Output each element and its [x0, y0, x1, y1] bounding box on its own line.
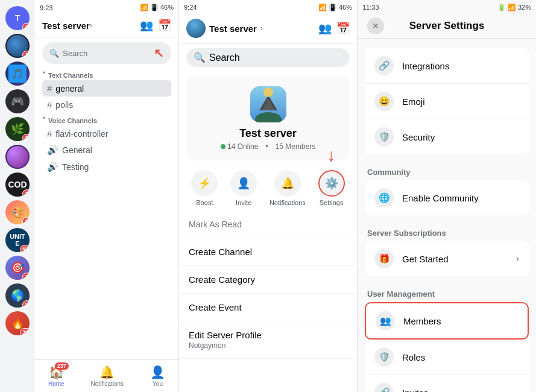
settings-header: ✕ Server Settings — [358, 14, 536, 39]
roles-label: Roles — [402, 352, 519, 362]
settings-list: 🔗 Integrations 😀 Emoji 🛡️ Security Commu… — [358, 39, 536, 392]
edit-profile-label: Edit Server Profile — [189, 330, 347, 340]
server-icon-2[interactable]: 1 — [5, 34, 30, 58]
close-button[interactable]: ✕ — [367, 17, 384, 34]
search-text-1: Search — [63, 49, 87, 58]
search-bar-2[interactable]: 🔍 Search — [186, 48, 350, 67]
invites-item[interactable]: 🔗 Invites — [365, 375, 529, 392]
edit-profile-sublabel: Notgaymon — [189, 341, 347, 350]
calendar-icon-2[interactable]: 📅 — [336, 22, 350, 35]
server-icon-9[interactable]: UNITE 63 — [5, 228, 30, 252]
invite-icon-btn: 👤 — [230, 170, 257, 197]
server-icon-1[interactable]: T 1 — [5, 6, 30, 30]
settings-label: Settings — [320, 199, 344, 206]
search-icon-1: 🔍 — [49, 49, 59, 58]
notifications-icon: 🔔 — [274, 170, 301, 197]
server-icon-7[interactable]: COD 1 — [5, 172, 30, 197]
create-event[interactable]: Create Event — [179, 294, 357, 321]
panel-server-menu: 9:24 📶 📳 46% Test server › 👥 📅 🔍 Search — [179, 0, 358, 392]
server-badge-11: 2 — [22, 300, 30, 308]
roles-icon: 🛡️ — [374, 347, 394, 367]
server-icon-8[interactable]: 🎨 2 — [5, 200, 30, 224]
nav-you[interactable]: 👤 You — [150, 365, 165, 387]
server-icon-list: T 1 1 🎵 🎮 🌿 8 COD 1 🎨 2 UNITE 63 🎯 1 🌎 — [0, 0, 35, 392]
invite-label: Invite — [236, 199, 251, 206]
search-icon-2: 🔍 — [194, 52, 206, 63]
status-bar-2: 9:24 📶 📳 46% — [179, 0, 357, 14]
server-icon-12[interactable]: 🔥 38 — [5, 311, 30, 335]
security-item[interactable]: 🛡️ Security — [365, 119, 529, 154]
channel-testing[interactable]: 🔊 Testing — [42, 159, 171, 175]
notifications-button[interactable]: 🔔 Notifications — [270, 170, 306, 206]
edit-server-profile[interactable]: Edit Server Profile Notgaymon — [179, 321, 357, 359]
settings-group-subscriptions: 🎁 Get Started › — [365, 241, 529, 276]
mark-as-read[interactable]: Mark As Read — [179, 211, 357, 238]
channel-polls[interactable]: # polls — [42, 96, 171, 113]
channel-general-voice[interactable]: 🔊 General — [42, 142, 171, 159]
server-badge-5: 8 — [22, 134, 30, 141]
get-started-chevron: › — [516, 253, 519, 264]
community-section-header: Community — [358, 159, 536, 180]
integrations-label: Integrations — [402, 61, 519, 71]
voice-channels-section: ˅ Voice Channels # flavi-controller 🔊 Ge… — [35, 114, 178, 177]
voice-channels-label[interactable]: ˅ Voice Channels — [42, 116, 171, 124]
server-badge-1: 1 — [22, 23, 30, 30]
settings-icon: ⚙️ — [318, 170, 345, 197]
battery-1: 📶 📳 46% — [140, 4, 174, 11]
panel2-server-name: Test server — [209, 24, 257, 34]
members-item[interactable]: 👥 Members — [365, 302, 529, 340]
server-card-name: Test server — [239, 127, 297, 140]
get-started-item[interactable]: 🎁 Get Started › — [365, 241, 529, 276]
channel-general[interactable]: # general — [42, 80, 171, 96]
server-stats: 14 Online • 15 Members — [221, 142, 316, 151]
calendar-icon[interactable]: 📅 — [158, 19, 171, 32]
settings-button[interactable]: ⚙️ Settings ↓ — [318, 170, 345, 206]
server-icon-5[interactable]: 🌿 8 — [5, 117, 30, 141]
server-badge-12: 38 — [20, 328, 30, 335]
invite-icon[interactable]: 👥 — [140, 19, 153, 32]
integrations-item[interactable]: 🔗 Integrations — [365, 48, 529, 84]
search-bar-1[interactable]: 🔍 Search ↖ — [42, 42, 171, 64]
menu-items-list: Mark As Read Create Channel Create Categ… — [179, 211, 357, 359]
enable-community-icon: 🌐 — [374, 188, 394, 207]
channel-name-general-voice: General — [62, 145, 92, 155]
enable-community-item[interactable]: 🌐 Enable Community — [365, 180, 529, 215]
invite-icon-2[interactable]: 👥 — [318, 22, 332, 35]
user-management-section-header: User Management — [358, 281, 536, 302]
channel-name-polls: polls — [55, 100, 73, 110]
roles-item[interactable]: 🛡️ Roles — [365, 340, 529, 375]
server-avatar — [250, 86, 286, 122]
notifications-label: Notifications — [270, 199, 306, 206]
channel-name-testing: Testing — [62, 162, 89, 172]
server-icon-10[interactable]: 🎯 1 — [5, 256, 30, 280]
text-channels-section: ˅ Text Channels # general # polls — [35, 69, 178, 114]
members-label: Members — [403, 316, 518, 326]
text-channels-label[interactable]: ˅ Text Channels — [42, 71, 171, 79]
online-dot — [221, 144, 225, 149]
boost-button[interactable]: ⚡ Boost — [191, 170, 218, 206]
invite-button[interactable]: 👤 Invite — [230, 170, 257, 206]
server-badge-10: 1 — [22, 273, 30, 280]
create-category[interactable]: Create Category — [179, 266, 357, 294]
server-icon-11[interactable]: 🌎 2 — [5, 283, 30, 308]
create-channel[interactable]: Create Channel — [179, 238, 357, 266]
status-bar-3: 11:33 🔋 📶 32% — [358, 0, 536, 14]
server-icon-3[interactable]: 🎵 — [5, 62, 30, 86]
server-icon-4[interactable]: 🎮 — [5, 89, 30, 113]
nav-home[interactable]: 🏠 237 Home — [48, 365, 65, 387]
server-icon-6[interactable] — [5, 145, 30, 169]
panel2-server-header[interactable]: Test server › 👥 📅 — [179, 14, 357, 43]
server-badge-7: 1 — [22, 189, 30, 197]
server-badge-8: 2 — [22, 217, 30, 224]
enable-community-label: Enable Community — [402, 193, 519, 203]
red-arrow-settings: ↓ — [327, 146, 336, 165]
get-started-label: Get Started — [402, 254, 508, 264]
emoji-label: Emoji — [402, 96, 519, 107]
channel-name-general: general — [55, 84, 84, 93]
server-header-1[interactable]: Test server › 👥 📅 — [35, 14, 178, 37]
invites-icon: 🔗 — [374, 383, 394, 392]
svg-point-4 — [263, 87, 273, 97]
emoji-item[interactable]: 😀 Emoji — [365, 84, 529, 119]
nav-notifications[interactable]: 🔔 Notifications — [91, 365, 124, 387]
channel-flavi-controller[interactable]: # flavi-controller — [42, 125, 171, 142]
